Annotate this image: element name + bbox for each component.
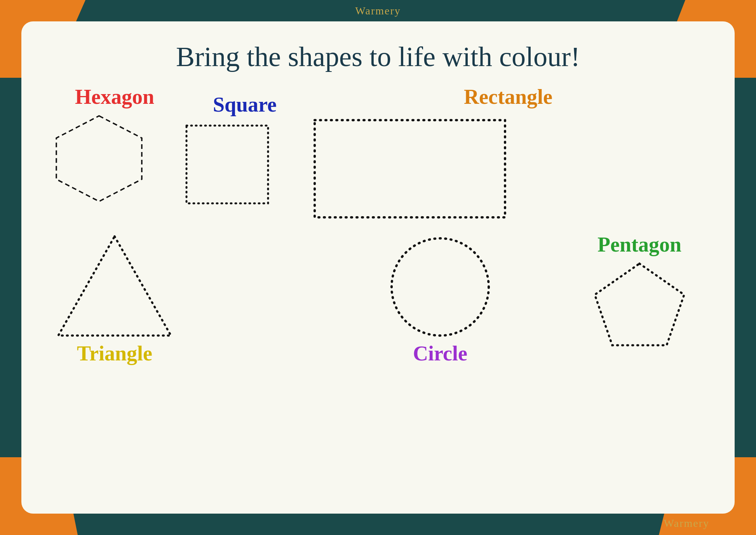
svg-marker-5: [595, 264, 684, 345]
hexagon-label: Hexagon: [49, 85, 181, 109]
square-shape: [181, 120, 274, 209]
triangle-label: Triangle: [77, 341, 152, 365]
circle-shape: [386, 233, 495, 341]
svg-marker-3: [58, 236, 171, 336]
brand-bottom: Warmery: [664, 517, 709, 530]
triangle-column: Triangle: [49, 233, 181, 369]
circle-column: Circle: [309, 233, 571, 369]
svg-point-4: [392, 238, 489, 336]
hexagon-shape: [49, 112, 150, 205]
square-label: Square: [181, 93, 309, 117]
brand-top: Warmery: [355, 5, 401, 17]
top-section: Hexagon Square Rectangle: [49, 85, 707, 225]
pentagon-label: Pentagon: [597, 233, 681, 257]
square-column: Square: [181, 85, 309, 211]
rectangle-shape: [309, 114, 511, 223]
svg-rect-1: [186, 126, 268, 203]
svg-marker-0: [56, 116, 142, 201]
bottom-section: Triangle Circle Pentagon: [49, 233, 707, 369]
page-title: Bring the shapes to life with colour!: [49, 41, 707, 73]
triangle-shape: [52, 233, 177, 341]
pentagon-column: Pentagon: [571, 233, 707, 353]
pentagon-shape: [589, 260, 690, 353]
hexagon-column: Hexagon: [49, 85, 181, 207]
rectangle-label: Rectangle: [464, 85, 552, 109]
circle-label: Circle: [413, 341, 467, 365]
main-card: Bring the shapes to life with colour! He…: [21, 21, 735, 514]
svg-rect-2: [315, 120, 505, 217]
rectangle-column: Rectangle: [309, 85, 707, 225]
